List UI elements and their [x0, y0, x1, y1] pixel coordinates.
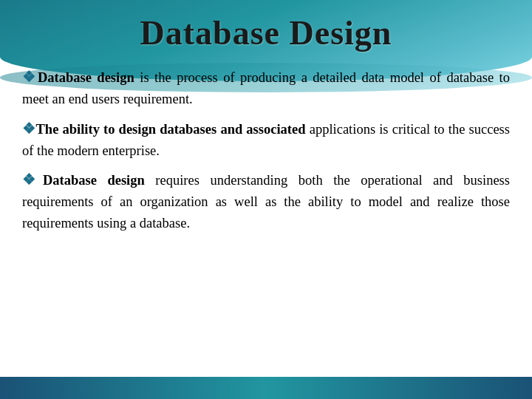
bullet1-bold: Database design — [38, 70, 134, 85]
bullet-item-1: ❖Database design is the process of produ… — [22, 66, 510, 110]
bullet-item-2: ❖The ability to design databases and ass… — [22, 117, 510, 162]
slide-title: Database Design — [0, 0, 532, 52]
slide-container: Database Design ❖Database design is the … — [0, 0, 532, 399]
bullet2-bold: The ability to design databases and asso… — [36, 122, 306, 137]
bullet-marker-3: ❖ — [22, 171, 43, 188]
bullet-marker-1: ❖ — [22, 69, 38, 85]
bullet-text-3: ❖Database design requires understanding … — [22, 168, 510, 233]
bullet-text-1: ❖Database design is the process of produ… — [22, 66, 510, 110]
bullet3-bold: Database design — [43, 173, 145, 188]
bullet-marker-2: ❖ — [22, 120, 36, 137]
bullet-item-3: ❖Database design requires understanding … — [22, 168, 510, 233]
bottom-background — [0, 377, 532, 399]
bullet-text-2: ❖The ability to design databases and ass… — [22, 117, 510, 162]
content-area: ❖Database design is the process of produ… — [0, 52, 532, 249]
